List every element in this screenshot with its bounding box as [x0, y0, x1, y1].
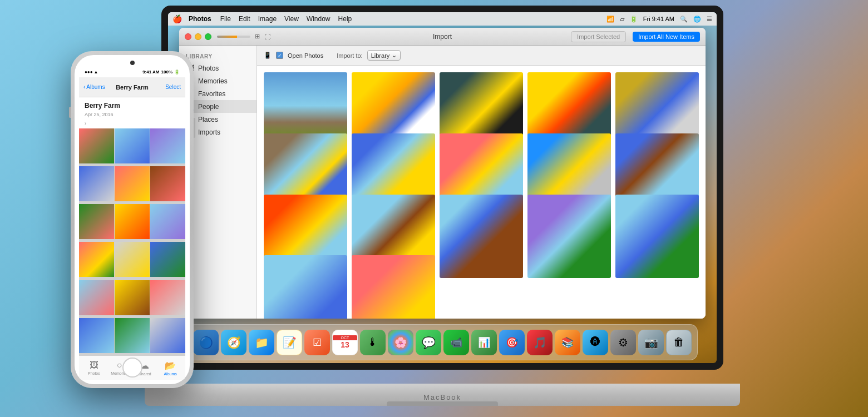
maximize-button[interactable]	[205, 33, 211, 40]
dock-photobooth[interactable]: 📷	[638, 330, 664, 355]
iphone-volume-button	[69, 107, 71, 118]
iphone-navbar: ‹ Albums Berry Farm Select	[79, 77, 185, 97]
siri-icon[interactable]: 🌐	[693, 16, 701, 23]
albums-tab-label: Albums	[164, 372, 176, 376]
photos-tab-label: Photos	[88, 371, 100, 375]
iphone-photo-12[interactable]	[150, 242, 185, 277]
minimize-button[interactable]	[195, 33, 201, 40]
iphone-battery-icon: 🔋	[174, 70, 180, 75]
iphone-photo-17[interactable]	[115, 318, 150, 353]
iphone-photo-1[interactable]	[79, 128, 114, 163]
battery-icon: 🔋	[630, 16, 638, 23]
iphone-tab-photos[interactable]: 🖼 Photos	[83, 360, 105, 375]
fullscreen-icon[interactable]: ⛶	[264, 33, 270, 40]
dock-numbers[interactable]: 📊	[471, 330, 497, 355]
photo-14[interactable]	[527, 195, 611, 278]
device-icon: 📱	[264, 52, 272, 59]
menu-edit[interactable]: Edit	[239, 15, 250, 23]
dock-photos[interactable]: 🌸	[388, 330, 413, 355]
dock-appstore[interactable]: 🅐	[583, 330, 608, 355]
iphone-photo-14[interactable]	[115, 280, 150, 315]
iphone-tab-albums[interactable]: 📂 Albums	[159, 360, 181, 376]
window-title: Import	[433, 33, 452, 41]
dock-trash[interactable]: 🗑	[666, 330, 692, 355]
photo-15[interactable]	[615, 195, 699, 278]
import-selected-button[interactable]: Import Selected	[571, 31, 626, 42]
search-icon[interactable]: 🔍	[680, 16, 688, 23]
app-name[interactable]: Photos	[189, 15, 211, 23]
grid-view-icon[interactable]: ⊞	[255, 33, 260, 40]
iphone-album-date: Apr 25, 2016	[79, 112, 185, 121]
iphone-photo-10[interactable]	[79, 242, 114, 277]
dock-notes[interactable]: 📝	[277, 330, 302, 355]
import-to-dropdown[interactable]: Library ⌄	[367, 50, 401, 61]
menu-view[interactable]: View	[284, 15, 299, 23]
photo-16[interactable]	[264, 255, 347, 319]
iphone-photo-13[interactable]	[79, 280, 114, 315]
iphone-photo-3[interactable]	[150, 128, 185, 163]
menu-help[interactable]: Help	[338, 15, 352, 23]
dock-files[interactable]: 📁	[249, 330, 274, 355]
import-to-value: Library	[371, 52, 390, 59]
iphone-photo-4[interactable]	[79, 166, 114, 201]
dock-calendar[interactable]: OCT 13	[332, 330, 358, 355]
macbook-hinge	[387, 401, 498, 406]
iphone-photo-16[interactable]	[79, 318, 114, 353]
open-photos-label[interactable]: Open Photos	[288, 52, 323, 59]
dock-itunes[interactable]: 🎵	[527, 330, 553, 355]
iphone-status-right: 9:41 AM 100% 🔋	[142, 70, 180, 75]
photo-17[interactable]	[352, 255, 435, 319]
dock-safari[interactable]: 🧭	[221, 330, 246, 355]
dropdown-chevron-icon: ⌄	[392, 52, 397, 59]
iphone-photo-15[interactable]	[150, 280, 185, 315]
iphone-photo-grid	[79, 128, 185, 355]
photo-13[interactable]	[440, 195, 523, 278]
dock-finder[interactable]: 🔵	[193, 330, 219, 355]
apple-menu[interactable]: 🍎	[172, 14, 182, 23]
screen-bezel: 🍎 Photos File Edit Image View Window Hel…	[161, 6, 723, 370]
zoom-slider[interactable]	[217, 36, 250, 38]
sidebar-places-label: Places	[198, 116, 218, 123]
memories-tab-icon: ○	[117, 360, 122, 370]
menu-window[interactable]: Window	[307, 15, 331, 23]
dock-ibooks[interactable]: 📚	[555, 330, 580, 355]
wifi-icon: 📶	[606, 16, 614, 23]
sidebar-photos-label: Photos	[198, 64, 219, 72]
iphone-photo-18[interactable]	[150, 318, 185, 353]
dock-facetime[interactable]: 📹	[443, 330, 469, 355]
sidebar-imports-label: Imports	[198, 128, 220, 136]
iphone-photo-9[interactable]	[150, 204, 185, 239]
dock-keynote[interactable]: 🎯	[499, 330, 525, 355]
close-button[interactable]	[185, 33, 191, 40]
iphone-photo-2[interactable]	[115, 128, 150, 163]
open-photos-checkbox[interactable]: ✓	[276, 52, 283, 59]
dock-messages[interactable]: 💬	[416, 330, 441, 355]
dock-weather[interactable]: 🌡	[360, 330, 386, 355]
iphone-album-title: Berry Farm	[79, 97, 185, 112]
menu-file[interactable]: File	[220, 15, 231, 23]
iphone-select-button[interactable]: Select	[165, 84, 181, 90]
iphone-expand-row[interactable]: ›	[79, 121, 185, 128]
back-label: Albums	[86, 84, 105, 90]
notification-icon[interactable]: ☰	[707, 16, 712, 23]
menu-image[interactable]: Image	[258, 15, 277, 23]
iphone-photo-5[interactable]	[115, 166, 150, 201]
iphone-photo-6[interactable]	[150, 166, 185, 201]
window-body: Library 🖼 Photos ○ Memories ♡ Favorites	[179, 46, 706, 319]
dock-preferences[interactable]: ⚙	[610, 330, 636, 355]
iphone-photo-11[interactable]	[115, 242, 150, 277]
photos-tab-icon: 🖼	[90, 360, 98, 370]
iphone-photo-7[interactable]	[79, 204, 114, 239]
iphone-back-button[interactable]: ‹ Albums	[83, 84, 105, 90]
import-bar: 📱 ✓ Open Photos Import to: Library ⌄	[257, 46, 706, 66]
iphone-photo-8[interactable]	[115, 204, 150, 239]
iphone-statusbar: ●●● ▲ 9:41 AM 100% 🔋	[79, 66, 185, 77]
dock-reminders[interactable]: ☑	[304, 330, 330, 355]
import-all-button[interactable]: Import All New Items	[633, 32, 700, 42]
photo-grid	[257, 66, 706, 319]
main-content: 📱 ✓ Open Photos Import to: Library ⌄	[257, 46, 706, 319]
menubar: 🍎 Photos File Edit Image View Window Hel…	[168, 12, 717, 26]
iphone-home-button[interactable]	[122, 358, 142, 378]
import-to-text: Import to:	[337, 52, 362, 59]
chevron-left-icon: ‹	[83, 84, 85, 90]
